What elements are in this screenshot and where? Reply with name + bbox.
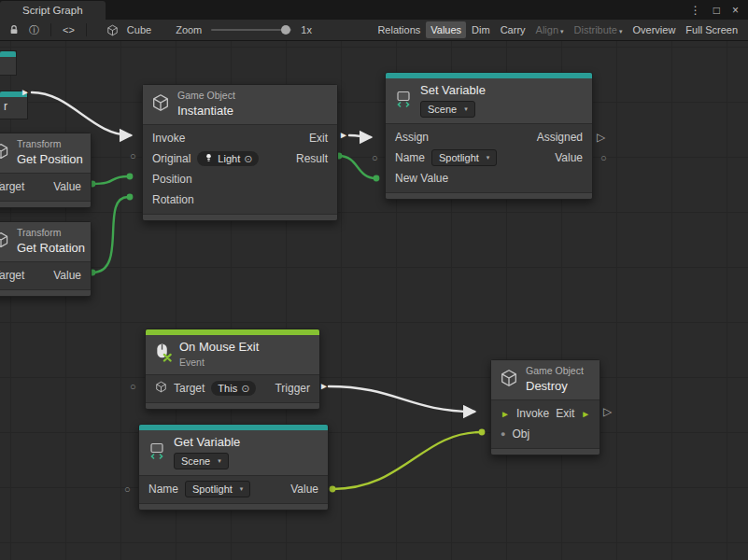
node-footer: [143, 214, 337, 220]
game-object-icon: [106, 24, 119, 36]
node-title: Set Variable: [420, 83, 486, 98]
object-picker-icon[interactable]: ⊙: [241, 382, 249, 395]
trigger-output-port[interactable]: ►: [319, 381, 329, 392]
target-input-port[interactable]: ○: [130, 381, 136, 392]
port-rows: Target This ⊙ Trigger: [146, 375, 319, 402]
chevron-down-icon: ▾: [240, 483, 244, 496]
chevron-down-icon: ▾: [619, 28, 623, 35]
target-object-field[interactable]: This ⊙: [211, 381, 256, 396]
object-field-value: This: [218, 382, 237, 395]
node-footer: [0, 289, 91, 296]
original-object-field[interactable]: Light ⊙: [197, 151, 259, 166]
variable-name-value: Spotlight: [439, 151, 479, 164]
zoom-slider-handle[interactable]: [281, 25, 290, 35]
rotation-port-label: Rotation: [152, 193, 194, 206]
node-get-variable[interactable]: Get Variable Scene ▾ Name Spotlight ▾ Va…: [138, 424, 329, 511]
target-port-label: Target: [0, 269, 24, 282]
variable-kind-dropdown[interactable]: Scene ▾: [174, 453, 229, 469]
variable-name-dropdown[interactable]: Spotlight ▾: [431, 149, 497, 166]
port-rows: Target Value: [0, 262, 91, 289]
port-rows: Target Value: [0, 174, 91, 201]
port-row: ● Obj: [491, 424, 600, 444]
obj-input-port[interactable]: [479, 429, 486, 436]
overview-button[interactable]: Overview: [628, 21, 681, 38]
align-button[interactable]: Align▾: [531, 21, 569, 38]
close-icon[interactable]: ×: [732, 4, 739, 17]
new-value-input-port[interactable]: [374, 175, 380, 182]
toolbar-buttons: Relations Values Dim Carry Align▾ Distri…: [373, 21, 744, 38]
destroy-exit-output-port[interactable]: ▷: [603, 406, 612, 417]
name-input-port[interactable]: ○: [372, 152, 378, 163]
port-rows: Invoke Exit Original Light ⊙ Result P: [143, 125, 337, 214]
tab-title: Script Graph: [22, 5, 83, 16]
port-row: Name Spotlight ▾ Value: [139, 479, 328, 499]
node-title: On Mouse Exit: [179, 340, 259, 355]
zoom-value: 1x: [301, 24, 312, 35]
assign-port-label: Assign: [395, 131, 429, 144]
relations-button[interactable]: Relations: [373, 21, 425, 38]
node-get-rotation[interactable]: Transform Get Rotation Target Value: [0, 221, 92, 297]
get-variable-value-port[interactable]: [330, 486, 336, 493]
game-object-icon: [151, 93, 170, 116]
graph-toolbar: ⓘ <> Cube Zoom 1x Relations Values Dim C…: [0, 20, 748, 41]
node-get-position[interactable]: Transform Get Position Target Value: [0, 133, 92, 208]
menu-icon[interactable]: ⋮: [690, 4, 701, 17]
node-instantiate[interactable]: Game Object Instantiate Invoke Exit Orig…: [142, 84, 338, 221]
clipped-node-text: r: [0, 97, 27, 113]
value-port-label: Value: [53, 269, 81, 282]
variable-name-value: Spotlight: [192, 483, 233, 496]
variable-kind-value: Scene: [428, 103, 457, 116]
dim-button[interactable]: Dim: [467, 21, 495, 38]
node-category: Transform: [17, 138, 83, 150]
obj-port-icon[interactable]: ●: [501, 429, 505, 439]
event-output-port[interactable]: ►: [21, 87, 30, 98]
position-input-port[interactable]: [127, 174, 134, 180]
value-port-label: Value: [53, 180, 81, 193]
info-icon[interactable]: ⓘ: [29, 23, 39, 37]
tab-script-graph[interactable]: Script Graph: [0, 1, 106, 20]
graph-target-name[interactable]: Cube: [127, 24, 151, 35]
node-set-variable[interactable]: Set Variable Scene ▾ Assign Assigned Nam…: [385, 72, 593, 200]
code-view-icon[interactable]: <>: [63, 24, 75, 35]
carry-button[interactable]: Carry: [496, 21, 530, 38]
distribute-button[interactable]: Distribute▾: [570, 21, 628, 38]
node-destroy[interactable]: Game Object Destroy ► Invoke Exit ► ● Ob…: [490, 359, 600, 455]
maximize-icon[interactable]: □: [713, 4, 720, 17]
variable-accent-strip: [0, 51, 16, 57]
name-input-port[interactable]: ○: [124, 483, 131, 495]
full-screen-button[interactable]: Full Screen: [681, 21, 742, 38]
result-port-label: Result: [296, 152, 328, 165]
node-on-mouse-exit[interactable]: On Mouse Exit Event Target This ⊙ Trigge…: [145, 329, 320, 410]
target-port-label: Target: [174, 382, 205, 395]
values-button[interactable]: Values: [426, 21, 466, 38]
tab-bar-spacer: [106, 0, 681, 20]
graph-canvas[interactable]: r Transform Get Position Target Value: [0, 41, 748, 560]
assigned-output-port[interactable]: ▷: [597, 132, 605, 143]
zoom-slider[interactable]: [211, 29, 291, 31]
name-port-label: Name: [148, 483, 178, 496]
node-title: Destroy: [526, 379, 584, 394]
original-input-port[interactable]: ○: [130, 150, 136, 161]
clipped-variable-node[interactable]: [0, 50, 17, 76]
rotation-input-port[interactable]: [127, 194, 134, 201]
object-picker-icon[interactable]: ⊙: [244, 152, 252, 165]
node-title: Get Variable: [174, 435, 240, 450]
port-row: Original Light ⊙ Result: [143, 148, 337, 169]
chevron-down-icon: ▾: [218, 455, 221, 468]
chevron-down-icon: ▾: [464, 103, 468, 116]
port-row: Position: [143, 169, 337, 189]
original-port-label: Original: [152, 152, 191, 165]
node-subtitle: Event: [179, 357, 259, 369]
exit-port-icon[interactable]: ►: [581, 409, 590, 419]
invoke-port-icon[interactable]: ►: [501, 409, 510, 419]
node-footer: [146, 402, 319, 409]
value-output-port[interactable]: ○: [600, 152, 607, 163]
variable-kind-dropdown[interactable]: Scene ▾: [420, 101, 475, 118]
assigned-port-label: Assigned: [537, 131, 583, 144]
lock-icon[interactable]: [8, 24, 20, 35]
variable-name-dropdown[interactable]: Spotlight ▾: [185, 481, 250, 497]
object-field-value: Light: [218, 152, 240, 165]
exit-output-port[interactable]: ►: [339, 130, 348, 141]
invoke-port-label: Invoke: [152, 132, 185, 145]
transform-icon: [0, 231, 9, 252]
